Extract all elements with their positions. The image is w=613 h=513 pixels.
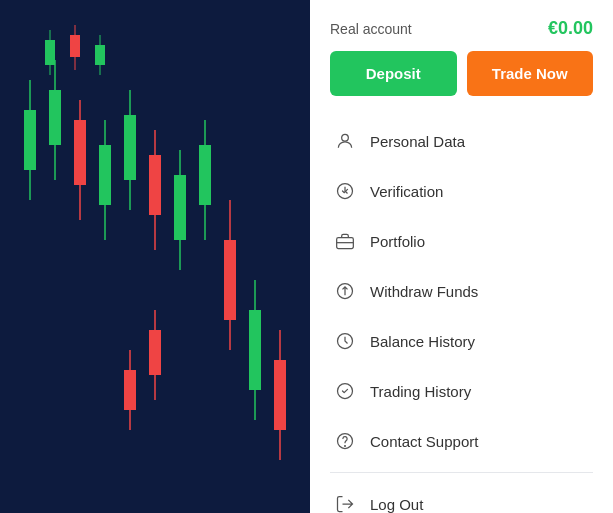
withdraw-icon (334, 280, 356, 302)
svg-rect-13 (174, 175, 186, 240)
menu-item-logout[interactable]: Log Out (310, 479, 613, 513)
personal-data-label: Personal Data (370, 133, 465, 150)
menu-item-contact-support[interactable]: Contact Support (310, 416, 613, 466)
account-balance: €0.00 (548, 18, 593, 39)
svg-point-32 (342, 134, 349, 141)
svg-rect-15 (199, 145, 211, 205)
account-header: Real account €0.00 (310, 0, 613, 51)
svg-rect-27 (95, 45, 105, 65)
chart-panel (0, 0, 310, 513)
svg-rect-11 (149, 155, 161, 215)
withdraw-funds-label: Withdraw Funds (370, 283, 478, 300)
svg-rect-17 (224, 240, 236, 320)
svg-rect-23 (45, 40, 55, 65)
menu-item-verification[interactable]: Verification (310, 166, 613, 216)
menu-item-portfolio[interactable]: Portfolio (310, 216, 613, 266)
svg-point-40 (345, 446, 346, 447)
svg-rect-7 (99, 145, 111, 205)
svg-rect-3 (49, 90, 61, 145)
menu-item-trading-history[interactable]: Trading History (310, 366, 613, 416)
verification-label: Verification (370, 183, 443, 200)
svg-rect-9 (124, 115, 136, 180)
menu-item-balance-history[interactable]: Balance History (310, 316, 613, 366)
briefcase-icon (334, 230, 356, 252)
logout-label: Log Out (370, 496, 423, 513)
svg-rect-1 (24, 110, 36, 170)
svg-rect-31 (124, 370, 136, 410)
trade-now-button[interactable]: Trade Now (467, 51, 594, 96)
menu-list: Personal Data Verification Portfolio Wit… (310, 112, 613, 513)
svg-rect-25 (70, 35, 80, 57)
menu-panel: Real account €0.00 Deposit Trade Now Per… (310, 0, 613, 513)
balance-history-label: Balance History (370, 333, 475, 350)
question-icon (334, 430, 356, 452)
svg-rect-21 (274, 360, 286, 430)
deposit-button[interactable]: Deposit (330, 51, 457, 96)
verification-icon (334, 180, 356, 202)
action-buttons: Deposit Trade Now (310, 51, 613, 112)
portfolio-label: Portfolio (370, 233, 425, 250)
svg-rect-5 (74, 120, 86, 185)
person-icon (334, 130, 356, 152)
menu-item-withdraw-funds[interactable]: Withdraw Funds (310, 266, 613, 316)
trading-history-icon (334, 380, 356, 402)
account-label: Real account (330, 21, 412, 37)
logout-icon (334, 493, 356, 513)
trading-history-label: Trading History (370, 383, 471, 400)
balance-history-icon (334, 330, 356, 352)
menu-divider (330, 472, 593, 473)
svg-rect-29 (149, 330, 161, 375)
menu-item-personal-data[interactable]: Personal Data (310, 116, 613, 166)
contact-support-label: Contact Support (370, 433, 478, 450)
svg-rect-19 (249, 310, 261, 390)
